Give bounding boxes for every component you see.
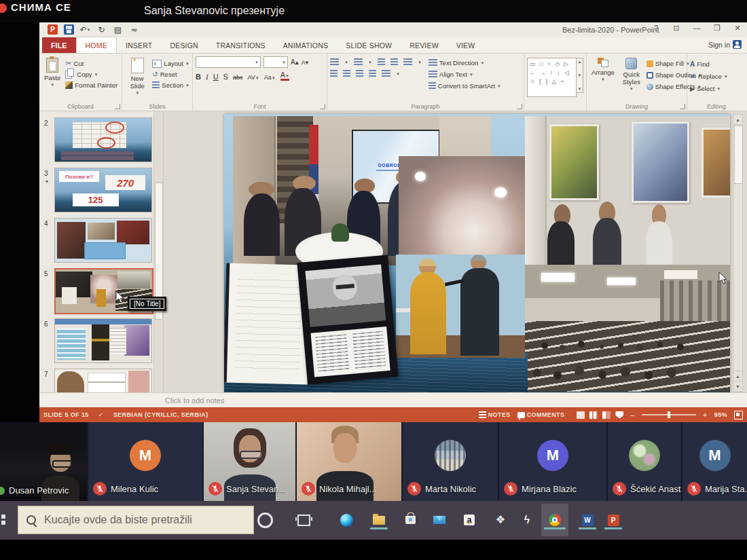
zoom-out-icon[interactable]: – xyxy=(630,411,635,419)
underline-icon[interactable]: U xyxy=(213,73,219,81)
zoom-slider-thumb[interactable] xyxy=(668,411,670,418)
shrink-font-icon[interactable]: A▾ xyxy=(302,59,309,66)
align-center-icon[interactable] xyxy=(343,70,350,77)
minimize-icon[interactable]: — xyxy=(691,24,702,33)
start-slideshow-icon[interactable]: ▤ xyxy=(113,24,123,35)
participant-tile-nikola[interactable]: Nikola Mihajl... xyxy=(297,422,403,501)
find-button[interactable]: AFind xyxy=(690,59,743,69)
current-slide[interactable]: DOBRODOŠLI xyxy=(224,114,730,392)
notes-pane[interactable]: Click to add notes xyxy=(39,392,747,408)
increase-indent-icon[interactable] xyxy=(390,58,398,66)
taskbar-search[interactable] xyxy=(18,506,254,534)
scroll-up-icon[interactable]: ▲ xyxy=(733,115,742,125)
font-color-icon[interactable]: A▼ xyxy=(280,71,289,81)
shapes-gallery-scroll[interactable]: ▲▼▼ xyxy=(577,58,583,93)
mail-button[interactable] xyxy=(429,508,450,531)
participant-tile-scekic[interactable]: Šćekić Anast... xyxy=(608,422,682,501)
fit-to-window-icon[interactable] xyxy=(734,411,743,419)
cortana-button[interactable] xyxy=(254,508,276,531)
save-icon[interactable] xyxy=(64,24,74,35)
task-view-button[interactable] xyxy=(293,508,314,531)
select-button[interactable]: ▶Select ▼ xyxy=(690,83,743,94)
slide-canvas[interactable]: DOBRODOŠLI xyxy=(163,111,747,392)
shapes-gallery-box[interactable]: ▭ □ ○ ◇ ▷← → ↑ ↓ ◁☆ ( ) △ ~ xyxy=(527,58,577,97)
bold-icon[interactable]: B xyxy=(196,73,201,81)
tab-view[interactable]: VIEW xyxy=(448,37,484,53)
amazon-button[interactable]: a xyxy=(458,508,480,531)
paragraph-dialog-launcher[interactable] xyxy=(517,104,522,109)
columns-icon[interactable] xyxy=(382,70,390,77)
tab-file[interactable]: FILE xyxy=(42,37,76,53)
next-slide-icon[interactable]: ▼ xyxy=(733,381,742,392)
decrease-indent-icon[interactable] xyxy=(378,58,385,66)
font-dialog-launcher[interactable] xyxy=(320,104,325,109)
participant-tile-dusan[interactable]: Dusan Petrovic xyxy=(0,422,88,501)
change-case-icon[interactable]: Aa▼ xyxy=(264,74,276,81)
zoom-in-icon[interactable]: + xyxy=(703,411,708,419)
tab-insert[interactable]: INSERT xyxy=(117,37,162,53)
participant-tile-marta[interactable]: Marta Nikolic xyxy=(403,422,499,501)
new-slide-button[interactable]: New Slide ▼ xyxy=(125,56,149,96)
view-normal-icon[interactable] xyxy=(577,411,585,419)
align-text-button[interactable]: Align Text ▼ xyxy=(429,69,501,79)
strikethrough-icon[interactable]: abc xyxy=(233,74,243,81)
thumbnail-slide-7[interactable] xyxy=(54,369,152,393)
slide-vertical-scrollbar[interactable]: ▲ ▲ ▼ xyxy=(733,114,743,392)
help-icon[interactable]: ? xyxy=(651,24,661,33)
thumbnail-slide-2[interactable] xyxy=(54,117,152,162)
justify-icon[interactable] xyxy=(369,70,376,77)
font-name-combo[interactable]: ▼ xyxy=(196,56,261,68)
participant-tile-milena[interactable]: M Milena Kulic xyxy=(88,422,204,501)
tab-animations[interactable]: ANIMATIONS xyxy=(274,37,338,53)
reset-button[interactable]: ↺Reset xyxy=(152,69,189,79)
chrome-button[interactable] xyxy=(544,508,566,531)
lightning-app-button[interactable]: ϟ xyxy=(516,508,538,531)
paste-button[interactable]: Paste ▼ xyxy=(42,56,62,90)
view-slideshow-icon[interactable] xyxy=(615,411,623,419)
participant-tile-marija[interactable]: M Marija Sta... xyxy=(682,422,747,501)
numbering-icon[interactable] xyxy=(354,58,363,66)
italic-icon[interactable]: I xyxy=(206,73,208,81)
quick-styles-button[interactable]: Quick Styles ▼ xyxy=(621,56,642,92)
replace-button[interactable]: abReplace ▼ xyxy=(690,71,743,81)
format-painter-button[interactable]: Format Painter xyxy=(65,80,117,90)
powerpoint-logo-icon[interactable]: P xyxy=(48,24,58,35)
restore-icon[interactable]: ❒ xyxy=(712,24,723,33)
comments-toggle[interactable]: COMMENTS xyxy=(517,411,565,418)
undo-icon[interactable]: ↶▼ xyxy=(80,24,90,35)
copy-button[interactable]: Copy ▼ xyxy=(65,69,117,79)
powerpoint-button[interactable]: P xyxy=(602,508,624,531)
view-reading-icon[interactable] xyxy=(602,411,611,419)
align-right-icon[interactable] xyxy=(356,70,363,77)
spell-check-icon[interactable]: ✓ xyxy=(98,411,104,418)
search-input[interactable] xyxy=(43,513,236,527)
thumbnail-scrollbar[interactable] xyxy=(153,111,163,392)
previous-slide-icon[interactable]: ▲ xyxy=(733,371,742,381)
grow-font-icon[interactable]: A▴ xyxy=(291,58,299,66)
font-size-combo[interactable]: ▼ xyxy=(263,56,288,68)
dropbox-button[interactable]: ❖ xyxy=(490,508,511,531)
text-shadow-icon[interactable]: S xyxy=(223,73,228,81)
sign-in[interactable]: Sign in xyxy=(708,40,742,49)
clipboard-dialog-launcher[interactable] xyxy=(115,104,120,109)
zoom-slider[interactable] xyxy=(642,414,696,415)
file-explorer-button[interactable] xyxy=(368,508,390,531)
zoom-percent[interactable]: 95% xyxy=(714,411,727,418)
text-direction-button[interactable]: Text Direction ▼ xyxy=(429,58,501,68)
thumbnail-slide-4[interactable] xyxy=(54,218,152,263)
bullets-icon[interactable] xyxy=(330,58,339,66)
customize-qat-icon[interactable]: ≂ xyxy=(129,24,139,35)
tab-review[interactable]: REVIEW xyxy=(401,37,448,53)
scrollbar-thumb[interactable] xyxy=(734,126,743,184)
participant-tile-sanja[interactable]: Sanja Stevan... xyxy=(204,422,297,501)
ribbon-options-icon[interactable]: ⊡ xyxy=(671,24,682,33)
participant-tile-mirjana[interactable]: M Mirjana Blazic xyxy=(499,422,608,501)
word-button[interactable]: W xyxy=(577,508,598,531)
tab-design[interactable]: DESIGN xyxy=(161,37,206,53)
tab-slideshow[interactable]: SLIDE SHOW xyxy=(337,37,401,53)
thumbnail-slide-3[interactable]: Позови и? 270 125 xyxy=(54,168,152,212)
character-spacing-icon[interactable]: AV▼ xyxy=(247,74,259,81)
line-spacing-icon[interactable] xyxy=(403,58,412,66)
edge-button[interactable] xyxy=(335,508,357,531)
thumbnail-slide-6[interactable] xyxy=(54,318,152,363)
